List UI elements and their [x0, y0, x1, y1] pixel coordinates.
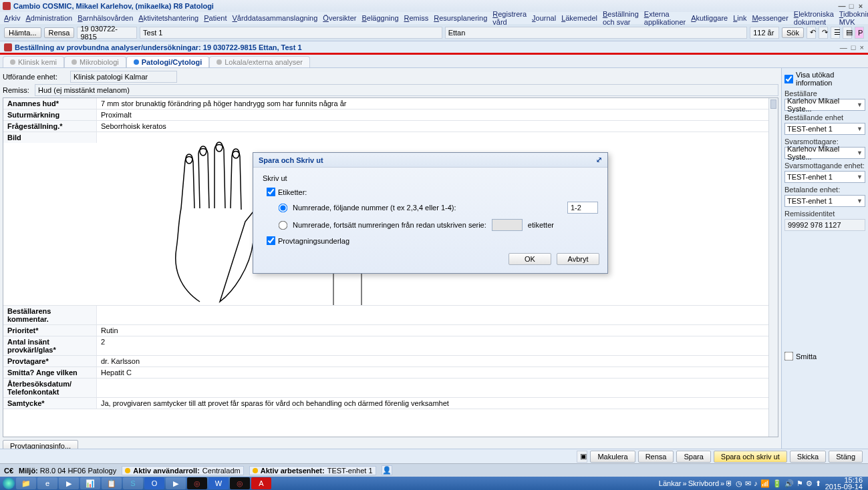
tb-app-2[interactable]: 📋 — [102, 477, 122, 489]
aktiv-arbetsenhet-pill[interactable]: Aktiv arbetsenhet: TEST-enhet 1 — [249, 466, 376, 475]
visa-utokad-checkbox[interactable] — [784, 74, 794, 83]
etiketter-checkbox[interactable] — [267, 188, 276, 197]
dialog-ok-button[interactable]: OK — [509, 253, 551, 265]
cosmic-icon-2[interactable]: ◎ — [230, 477, 250, 489]
menu-item[interactable]: Journal — [532, 14, 556, 22]
sok-button[interactable]: Sök — [782, 27, 804, 38]
menu-item[interactable]: Vårddatasammanslagning — [233, 14, 318, 22]
tb-icon-p[interactable]: P — [855, 27, 864, 39]
system-tray[interactable]: ⛨◷✉♪📶🔋🔊⚑⚙⬆ — [726, 479, 821, 488]
personnummer-field: 19 030722-9815 — [77, 27, 137, 39]
numrerade-fortsatt-radio[interactable] — [279, 220, 288, 230]
menu-item[interactable]: Arkiv — [4, 14, 20, 22]
taskbar-clock[interactable]: 15:16 2015-09-14 — [823, 477, 865, 490]
svarsmottagare-dropdown[interactable]: Karlehov Mikael Syste...▼ — [784, 147, 865, 159]
rensa-form-button[interactable]: Rensa — [638, 451, 674, 463]
smitta-checkbox[interactable] — [784, 352, 794, 361]
tab-lokala-externa-analyser[interactable]: Lokala/externa analyser — [209, 56, 310, 67]
tb-links[interactable]: Länkar — [659, 479, 682, 487]
grid-row-value[interactable]: Seborrhoisk keratos — [97, 121, 778, 132]
provtagningsunderlag-checkbox[interactable] — [267, 236, 276, 246]
grid-scrollbar[interactable] — [768, 98, 778, 437]
numrerade-foljande-label: Numrerade, följande nummer (t ex 2,3,4 e… — [293, 204, 456, 212]
remiss-value[interactable]: Hud (ej misstänkt melanom) — [35, 84, 778, 96]
grid-row-value[interactable] — [97, 306, 778, 324]
menu-item[interactable]: Akutliggare — [691, 14, 728, 22]
rensa-button[interactable]: Rensa — [44, 27, 75, 38]
window-title: Cambio COSMIC, Mikael Karlehov, (mikaelk… — [13, 2, 214, 10]
user-icon[interactable]: 👤 — [382, 465, 392, 475]
menu-item[interactable]: Tidbokning MVK — [839, 10, 868, 26]
grid-row-value[interactable]: Rutin — [97, 325, 778, 336]
outlook-icon[interactable]: O — [144, 477, 164, 489]
tb-icon-3[interactable]: ☰ — [831, 27, 840, 39]
menu-item[interactable]: Aktivitetshantering — [138, 14, 198, 22]
menu-item[interactable]: Messenger — [752, 14, 788, 22]
grid-row-value[interactable]: Proximalt — [97, 109, 778, 120]
grid-row-value[interactable]: dr. Karlsson — [97, 356, 778, 366]
grid-row-value[interactable]: 7 mm stor brunaktig förändring på höger … — [97, 98, 778, 109]
menu-item[interactable]: Översikter — [323, 14, 356, 22]
tb-app-1[interactable]: 📊 — [80, 477, 100, 489]
bestallare-dropdown[interactable]: Karlehov Mikael Syste...▼ — [784, 99, 865, 111]
menu-item[interactable]: Beställning och svar — [603, 10, 639, 26]
bestallande-enhet-dropdown[interactable]: TEST-enhet 1▼ — [784, 123, 865, 135]
menu-item[interactable]: Elektroniska dokument — [794, 10, 834, 26]
menu-item[interactable]: Barnhälsovården — [78, 14, 133, 22]
menu-item[interactable]: Läkemedel — [561, 14, 597, 22]
skype-icon[interactable]: S — [123, 477, 143, 489]
menu-item[interactable]: Beläggning — [361, 14, 398, 22]
cosmic-icon-1[interactable]: ◎ — [187, 477, 207, 489]
stang-button[interactable]: Stäng — [829, 451, 863, 463]
media-icon[interactable]: ▶ — [59, 477, 79, 489]
tb-app-3[interactable]: ▶ — [166, 477, 186, 489]
pdf-icon[interactable]: A — [251, 477, 271, 489]
action-icon[interactable]: ▣ — [577, 451, 587, 463]
betalande-enhet-dropdown[interactable]: TEST-enhet 1▼ — [784, 195, 865, 207]
grid-row-value[interactable] — [97, 379, 778, 397]
menu-item[interactable]: Patient — [204, 14, 227, 22]
ie-icon[interactable]: e — [37, 477, 57, 489]
grid-row-value[interactable]: Hepatit C — [97, 367, 778, 378]
menu-item[interactable]: Registrera vård — [492, 10, 527, 26]
grid-row: Anamnes hud*7 mm stor brunaktig förändri… — [3, 98, 778, 109]
skicka-button[interactable]: Skicka — [790, 451, 826, 463]
window-controls[interactable]: —□× — [837, 2, 865, 10]
tb-icon-1[interactable]: ↶ — [807, 27, 816, 39]
tab-mikrobiologi[interactable]: Mikrobiologi — [64, 56, 126, 67]
menu-item[interactable]: Remiss — [404, 14, 429, 22]
menu-item[interactable]: Link — [733, 14, 746, 22]
spara-button[interactable]: Spara — [676, 451, 710, 463]
svarsmottagande-enhet-dropdown[interactable]: TEST-enhet 1▼ — [784, 171, 865, 183]
tb-icon-4[interactable]: ▤ — [843, 27, 852, 39]
grid-row-value[interactable]: Ja, provgivaren samtycker till att prove… — [97, 398, 778, 409]
grid-row-value[interactable]: 2 — [97, 336, 778, 355]
menu-item[interactable]: Resursplanering — [434, 14, 487, 22]
hamta-button[interactable]: Hämta... — [4, 27, 41, 38]
word-icon[interactable]: W — [208, 477, 229, 489]
tb-desktop[interactable]: Skrivbord — [688, 479, 719, 487]
sub-window-controls[interactable]: — □ × — [840, 43, 864, 51]
menu-item[interactable]: Externa applikationer — [644, 10, 686, 26]
start-button[interactable] — [3, 477, 15, 489]
grid-row-label: Provtagare* — [3, 356, 97, 366]
grid-row-label: Återbesöksdatum/ Telefonkontakt — [3, 379, 97, 397]
order-tabs[interactable]: Klinisk kemiMikrobiologiPatologi/Cytolog… — [0, 55, 868, 68]
utforande-enhet-value[interactable]: Klinisk patologi Kalmar — [70, 71, 177, 83]
grid-row: Antal insänt provkärl/glas*2 — [3, 336, 778, 356]
etiketter-suffix: etiketter — [528, 221, 554, 229]
dialog-avbryt-button[interactable]: Avbryt — [557, 253, 599, 265]
explorer-icon[interactable]: 📁 — [16, 477, 36, 489]
numrerade-foljande-radio[interactable] — [279, 203, 288, 212]
tab-klinisk-kemi[interactable]: Klinisk kemi — [3, 56, 64, 67]
makulera-button[interactable]: Makulera — [590, 451, 635, 463]
dialog-close-icon[interactable]: ⤢ — [596, 156, 602, 164]
windows-taskbar[interactable]: 📁 e ▶ 📊 📋 S O ▶ ◎ W ◎ A Länkar » Skrivbo… — [0, 477, 868, 490]
tb-icon-2[interactable]: ↷ — [819, 27, 828, 39]
numrerade-foljande-input[interactable] — [567, 202, 598, 214]
menubar[interactable]: ArkivAdministrationBarnhälsovårdenAktivi… — [0, 12, 868, 24]
spara-skrivut-button[interactable]: Spara och skriv ut — [714, 451, 787, 463]
menu-item[interactable]: Administration — [25, 14, 72, 22]
tab-patologi-cytologi[interactable]: Patologi/Cytologi — [126, 56, 209, 67]
aktiv-roll-pill[interactable]: Aktiv användarroll: Centraladm — [122, 466, 244, 475]
